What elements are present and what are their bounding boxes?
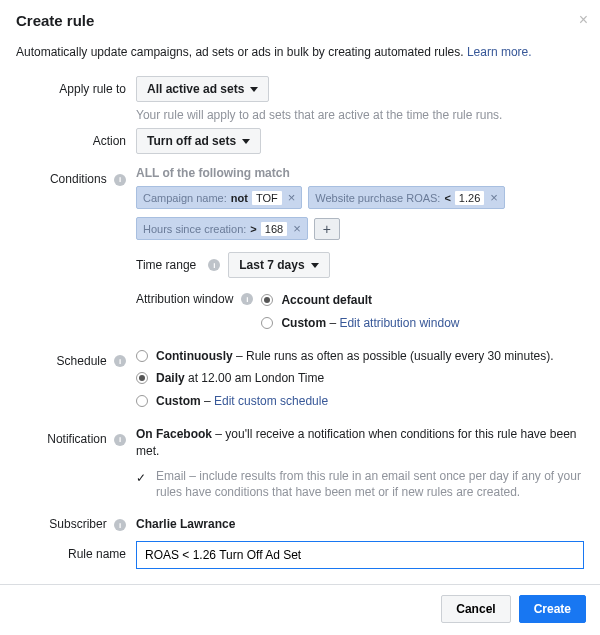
learn-more-link[interactable]: Learn more.: [467, 45, 532, 59]
conditions-label: Conditions i: [16, 166, 136, 338]
chip-remove-icon[interactable]: ×: [486, 190, 502, 205]
attr-custom-radio[interactable]: [261, 317, 273, 329]
info-icon[interactable]: i: [208, 259, 220, 271]
notification-label: Notification i: [16, 426, 136, 501]
rule-name-input[interactable]: [136, 541, 584, 569]
attr-default-radio[interactable]: [261, 294, 273, 306]
info-icon[interactable]: i: [114, 434, 126, 446]
notification-email: Email – include results from this rule i…: [156, 468, 584, 502]
subscriber-label: Subscriber i: [16, 511, 136, 531]
apply-dropdown[interactable]: All active ad sets: [136, 76, 269, 102]
apply-label: Apply rule to: [16, 76, 136, 122]
schedule-custom-radio[interactable]: [136, 395, 148, 407]
condition-chip[interactable]: Campaign name: not TOF ×: [136, 186, 302, 209]
schedule-continuous-radio[interactable]: [136, 350, 148, 362]
dialog-description: Automatically update campaigns, ad sets …: [0, 41, 600, 73]
info-icon[interactable]: i: [114, 355, 126, 367]
conditions-head: ALL of the following match: [136, 166, 584, 180]
edit-schedule-link[interactable]: Edit custom schedule: [214, 394, 328, 408]
condition-chip[interactable]: Hours since creation: > 168 ×: [136, 217, 308, 240]
subscriber-value: Charlie Lawrance: [136, 517, 235, 531]
chevron-down-icon: [250, 87, 258, 92]
chip-remove-icon[interactable]: ×: [284, 190, 300, 205]
cancel-button[interactable]: Cancel: [441, 595, 510, 623]
notification-facebook: On Facebook – you'll receive a notificat…: [136, 426, 584, 460]
schedule-daily-radio[interactable]: [136, 372, 148, 384]
add-condition-button[interactable]: +: [314, 218, 340, 240]
close-icon[interactable]: ×: [579, 12, 588, 28]
time-range-label: Time range: [136, 258, 196, 272]
schedule-label: Schedule i: [16, 348, 136, 416]
create-button[interactable]: Create: [519, 595, 586, 623]
chip-remove-icon[interactable]: ×: [289, 221, 305, 236]
attribution-window-label: Attribution window: [136, 292, 233, 306]
email-checkbox[interactable]: ✓: [136, 470, 148, 482]
info-icon[interactable]: i: [241, 293, 253, 305]
condition-chip[interactable]: Website purchase ROAS: < 1.26 ×: [308, 186, 505, 209]
action-dropdown[interactable]: Turn off ad sets: [136, 128, 261, 154]
rule-name-label: Rule name: [16, 541, 136, 569]
action-label: Action: [16, 128, 136, 154]
info-icon[interactable]: i: [114, 519, 126, 531]
chevron-down-icon: [242, 139, 250, 144]
apply-helper: Your rule will apply to ad sets that are…: [136, 108, 584, 122]
chevron-down-icon: [311, 263, 319, 268]
edit-attribution-link[interactable]: Edit attribution window: [339, 316, 459, 330]
time-range-dropdown[interactable]: Last 7 days: [228, 252, 329, 278]
info-icon[interactable]: i: [114, 174, 126, 186]
dialog-title: Create rule: [16, 12, 584, 29]
